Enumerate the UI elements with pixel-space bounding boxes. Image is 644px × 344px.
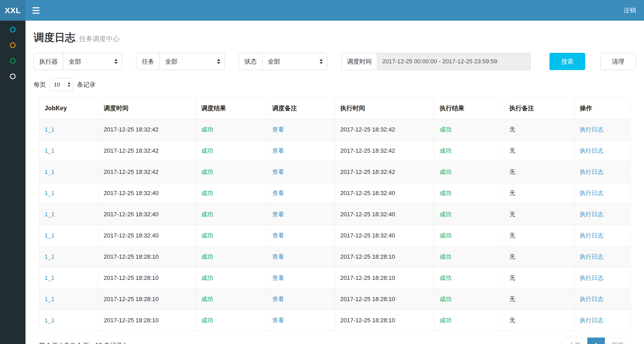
sidebar-item[interactable] bbox=[0, 37, 26, 53]
select-arrows-icon bbox=[114, 59, 118, 64]
page-size-select[interactable]: 10 bbox=[50, 78, 73, 91]
page-size-control: 每页 10 条记录 bbox=[34, 78, 636, 91]
jobkey-link[interactable]: 1_1 bbox=[45, 275, 55, 281]
status-select[interactable]: 全部 bbox=[262, 53, 327, 70]
hamburger-icon bbox=[32, 13, 39, 14]
next-page-button[interactable]: 下页 bbox=[605, 338, 631, 344]
current-page-button[interactable]: 1 bbox=[587, 338, 605, 344]
trigger-result: 成功 bbox=[196, 246, 267, 268]
search-button[interactable]: 搜索 bbox=[549, 53, 585, 70]
trigger-msg-link[interactable]: 查看 bbox=[272, 147, 284, 154]
sidebar-item[interactable] bbox=[0, 22, 26, 37]
jobkey-link[interactable]: 1_1 bbox=[45, 211, 55, 218]
trigger-time: 2017-12-25 18:32:40 bbox=[98, 204, 196, 225]
trigger-result: 成功 bbox=[196, 204, 267, 225]
filter-bar: 执行器 全部 任务 全部 状态 全部 bbox=[34, 53, 636, 70]
execution-log-link[interactable]: 执行日志 bbox=[580, 169, 603, 175]
main-content: 调度日志 任务调度中心 执行器 全部 任务 全部 bbox=[26, 21, 644, 344]
trigger-msg-link[interactable]: 查看 bbox=[272, 190, 284, 196]
trigger-msg-link[interactable]: 查看 bbox=[272, 211, 284, 218]
logout-link[interactable]: 注销 bbox=[616, 0, 644, 21]
column-header: 操作 bbox=[574, 98, 630, 119]
column-header: 调度时间 bbox=[98, 98, 196, 119]
executor-selected-value: 全部 bbox=[69, 57, 81, 66]
circle-icon bbox=[10, 42, 16, 48]
select-arrows-icon bbox=[217, 59, 220, 64]
jobkey-link[interactable]: 1_1 bbox=[45, 253, 55, 260]
status-label: 状态 bbox=[239, 53, 262, 70]
execution-log-link[interactable]: 执行日志 bbox=[580, 275, 603, 281]
executor-select[interactable]: 全部 bbox=[63, 53, 122, 70]
trigger-time-range-input[interactable]: 2017-12-25 00:00:00 - 2017-12-25 23:59:5… bbox=[377, 53, 530, 70]
clear-button[interactable]: 清理 bbox=[600, 53, 636, 70]
trigger-result: 成功 bbox=[196, 162, 267, 183]
jobkey-link-cell: 1_1 bbox=[39, 162, 98, 183]
jobkey-link-cell: 1_1 bbox=[39, 183, 98, 204]
trigger-msg-link[interactable]: 查看 bbox=[272, 296, 284, 302]
handle-time: 2017-12-25 18:28:10 bbox=[335, 289, 434, 310]
handle-time: 2017-12-25 18:32:42 bbox=[335, 140, 434, 162]
trigger-result: 成功 bbox=[196, 310, 267, 331]
execution-log-link[interactable]: 执行日志 bbox=[580, 296, 603, 302]
jobkey-link[interactable]: 1_1 bbox=[45, 190, 55, 196]
execution-log-link[interactable]: 执行日志 bbox=[580, 126, 603, 133]
trigger-msg-link[interactable]: 查看 bbox=[272, 253, 284, 260]
jobkey-link[interactable]: 1_1 bbox=[45, 317, 55, 324]
jobkey-link-cell: 1_1 bbox=[39, 140, 98, 162]
table-footer: 第 1 页 ( 总共 1 页，10 条记录 ) 上页 1 下页 bbox=[34, 338, 636, 344]
execution-log-link-cell: 执行日志 bbox=[574, 268, 630, 289]
column-header: 执行结果 bbox=[434, 98, 504, 119]
trigger-msg-link[interactable]: 查看 bbox=[272, 317, 284, 324]
table-row: 1_12017-12-25 18:28:10成功查看2017-12-25 18:… bbox=[39, 289, 631, 310]
trigger-msg-link-cell: 查看 bbox=[267, 140, 335, 162]
execution-log-link[interactable]: 执行日志 bbox=[580, 253, 603, 260]
trigger-msg-link[interactable]: 查看 bbox=[272, 275, 284, 281]
table-row: 1_12017-12-25 18:32:42成功查看2017-12-25 18:… bbox=[39, 140, 631, 162]
handle-msg: 无 bbox=[504, 225, 574, 246]
jobkey-link-cell: 1_1 bbox=[39, 268, 98, 289]
app-logo[interactable]: XXL bbox=[0, 0, 26, 21]
handle-msg: 无 bbox=[504, 246, 574, 268]
select-arrows-icon bbox=[320, 59, 323, 64]
sidebar-item[interactable] bbox=[0, 68, 26, 84]
pagination: 上页 1 下页 bbox=[562, 338, 631, 344]
jobkey-link[interactable]: 1_1 bbox=[45, 126, 55, 133]
job-select[interactable]: 全部 bbox=[160, 53, 225, 70]
handle-result: 成功 bbox=[434, 162, 504, 183]
table-row: 1_12017-12-25 18:28:10成功查看2017-12-25 18:… bbox=[39, 268, 631, 289]
trigger-msg-link[interactable]: 查看 bbox=[272, 232, 284, 239]
execution-log-link-cell: 执行日志 bbox=[574, 204, 630, 225]
trigger-msg-link-cell: 查看 bbox=[267, 183, 335, 204]
execution-log-link[interactable]: 执行日志 bbox=[580, 190, 603, 196]
page-size-value: 10 bbox=[54, 81, 60, 88]
jobkey-link[interactable]: 1_1 bbox=[45, 232, 55, 239]
sidebar-item[interactable] bbox=[0, 53, 26, 68]
trigger-msg-link[interactable]: 查看 bbox=[272, 169, 284, 175]
trigger-result: 成功 bbox=[196, 268, 267, 289]
trigger-msg-link-cell: 查看 bbox=[267, 268, 335, 289]
column-header: 执行备注 bbox=[504, 98, 574, 119]
jobkey-link[interactable]: 1_1 bbox=[45, 169, 55, 175]
job-filter-group: 任务 全部 bbox=[136, 53, 225, 70]
table-row: 1_12017-12-25 18:28:10成功查看2017-12-25 18:… bbox=[39, 246, 631, 268]
trigger-result: 成功 bbox=[196, 225, 267, 246]
trigger-time: 2017-12-25 18:28:10 bbox=[98, 268, 196, 289]
sidebar-toggle-button[interactable] bbox=[26, 0, 46, 21]
execution-log-link[interactable]: 执行日志 bbox=[580, 147, 603, 154]
execution-log-link-cell: 执行日志 bbox=[574, 289, 630, 310]
execution-log-link[interactable]: 执行日志 bbox=[580, 232, 603, 239]
trigger-msg-link[interactable]: 查看 bbox=[272, 126, 284, 133]
handle-time: 2017-12-25 18:32:40 bbox=[335, 225, 434, 246]
trigger-time: 2017-12-25 18:32:40 bbox=[98, 183, 196, 204]
page-title-text: 调度日志 bbox=[34, 30, 75, 45]
log-table-wrapper: JobKey调度时间调度结果调度备注执行时间执行结果执行备注操作 1_12017… bbox=[34, 97, 636, 331]
execution-log-link[interactable]: 执行日志 bbox=[580, 317, 603, 324]
handle-time: 2017-12-25 18:32:40 bbox=[335, 204, 434, 225]
jobkey-link[interactable]: 1_1 bbox=[45, 147, 55, 154]
jobkey-link[interactable]: 1_1 bbox=[45, 296, 55, 302]
handle-result: 成功 bbox=[434, 246, 504, 268]
prev-page-button[interactable]: 上页 bbox=[562, 338, 588, 344]
execution-log-link[interactable]: 执行日志 bbox=[580, 211, 603, 218]
column-header: JobKey bbox=[39, 98, 98, 119]
table-row: 1_12017-12-25 18:32:40成功查看2017-12-25 18:… bbox=[39, 204, 631, 225]
